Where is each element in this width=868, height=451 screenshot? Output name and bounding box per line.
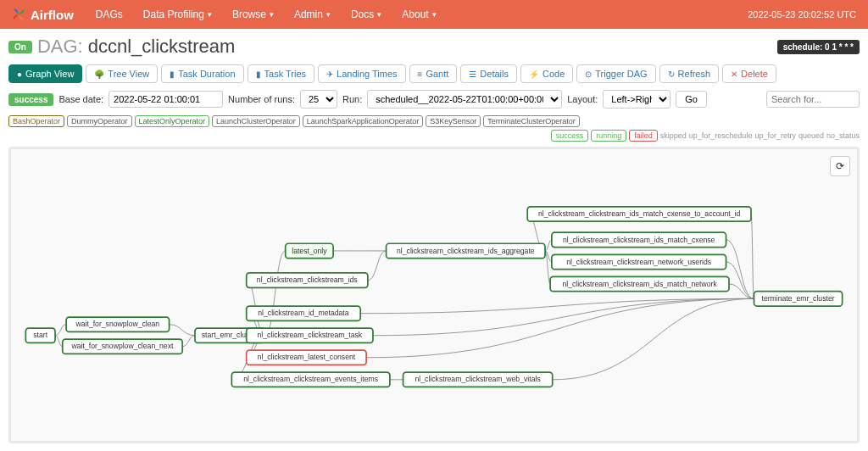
task-node-nl_clickstream_clickstream_web_vitals[interactable]: nl_clickstream_clickstream_web_vitals bbox=[403, 372, 553, 387]
toolbar-label: Landing Times bbox=[337, 69, 398, 79]
times-icon: ✕ bbox=[731, 70, 737, 79]
gantt-button[interactable]: ≡Gantt bbox=[409, 64, 458, 83]
toolbar-label: Refresh bbox=[678, 69, 711, 79]
runs-select[interactable]: 25 bbox=[300, 90, 337, 109]
dag-title-row: On DAG: dccnl_clickstream schedule: 0 1 … bbox=[8, 36, 860, 58]
base-date-label: Base date: bbox=[58, 94, 103, 104]
refresh-button[interactable]: ↻Refresh bbox=[659, 64, 720, 83]
status-chip-success[interactable]: success bbox=[551, 130, 589, 142]
caret-down-icon: ▾ bbox=[432, 10, 437, 19]
edge bbox=[170, 325, 195, 336]
status-chip-failed[interactable]: failed bbox=[629, 130, 658, 142]
landing-times-button[interactable]: ✈Landing Times bbox=[318, 64, 406, 83]
task-label: nl_clickstream_clickstream_ids bbox=[257, 276, 358, 284]
task-node-nl_clickstream_clickstream_ids_match_network[interactable]: nl_clickstream_clickstream_ids_match_net… bbox=[550, 276, 729, 291]
edge bbox=[55, 325, 66, 336]
nav-admin[interactable]: Admin▾ bbox=[286, 3, 339, 25]
task-node-nl_clickstream_id_metadata[interactable]: nl_clickstream_id_metadata bbox=[247, 306, 361, 320]
code-button[interactable]: ⚡Code bbox=[520, 64, 573, 83]
task-tries-button[interactable]: ▮Task Tries bbox=[248, 64, 315, 83]
view-toolbar: ●Graph View🌳Tree View▮Task Duration▮Task… bbox=[8, 64, 860, 83]
nav-data-profiling[interactable]: Data Profiling▾ bbox=[135, 3, 220, 25]
airflow-logo-icon bbox=[12, 8, 25, 21]
task-node-nl_clickstream_clickstream_events_items[interactable]: nl_clickstream_clickstream_events_items bbox=[231, 372, 390, 387]
task-node-nl_clickstream_clickstream_ids[interactable]: nl_clickstream_clickstream_ids bbox=[247, 273, 368, 287]
operator-chip-latestonlyoperator[interactable]: LatestOnlyOperator bbox=[135, 115, 210, 127]
operator-chip-launchclusteroperator[interactable]: LaunchClusterOperator bbox=[212, 115, 300, 127]
task-node-nl_clickstream_clickstream_ids_match_cxense[interactable]: nl_clickstream_clickstream_ids_match_cxe… bbox=[552, 232, 726, 247]
status-chip-skipped[interactable]: skipped bbox=[660, 131, 687, 140]
operator-chip-launchsparkapplicationoperator[interactable]: LaunchSparkApplicationOperator bbox=[303, 115, 424, 127]
task-node-nl_clickstream_clickstream_ids_aggregate[interactable]: nl_clickstream_clickstream_ids_aggregate bbox=[387, 243, 545, 258]
nav-dags[interactable]: DAGs bbox=[87, 3, 131, 25]
nav-about[interactable]: About▾ bbox=[393, 3, 444, 25]
operator-chip-dummyoperator[interactable]: DummyOperator bbox=[67, 115, 132, 127]
status-chip-up_for_reschedule[interactable]: up_for_reschedule bbox=[689, 131, 753, 140]
brand[interactable]: Airflow bbox=[12, 8, 74, 22]
task-label: nl_clickstream_clickstream_ids_match_cxe… bbox=[563, 236, 715, 244]
task-duration-button[interactable]: ▮Task Duration bbox=[161, 64, 243, 83]
edge bbox=[726, 262, 754, 298]
task-node-nl_clickstream_latest_consent[interactable]: nl_clickstream_latest_consent bbox=[247, 350, 366, 365]
run-label: Run: bbox=[342, 94, 362, 104]
edge bbox=[182, 336, 195, 347]
task-node-latest_only[interactable]: latest_only bbox=[286, 243, 333, 258]
main-navbar: Airflow DAGsData Profiling▾Browse▾Admin▾… bbox=[0, 0, 868, 29]
refresh-icon: ⟳ bbox=[836, 160, 844, 172]
task-node-wait_for_snowplow_clean[interactable]: wait_for_snowplow_clean bbox=[66, 317, 169, 331]
task-label: nl_clickstream_clickstream_events_items bbox=[243, 375, 378, 383]
edge bbox=[545, 251, 550, 284]
task-node-nl_clickstream_clickstream_task[interactable]: nl_clickstream_clickstream_task bbox=[247, 328, 373, 342]
task-node-terminate_emr_cluster[interactable]: terminate_emr_cluster bbox=[754, 292, 843, 306]
nav-browse[interactable]: Browse▾ bbox=[224, 3, 282, 25]
trigger-dag-button[interactable]: ⊙Trigger DAG bbox=[576, 64, 655, 83]
nav-docs[interactable]: Docs▾ bbox=[342, 3, 390, 25]
run-select[interactable]: scheduled__2022-05-22T01:00:00+00:00 bbox=[367, 90, 562, 109]
tree-icon: 🌳 bbox=[94, 70, 104, 79]
list-icon: ☰ bbox=[469, 70, 476, 79]
operator-chip-terminateclusteroperator[interactable]: TerminateClusterOperator bbox=[483, 115, 580, 127]
tree-view-button[interactable]: 🌳Tree View bbox=[86, 64, 158, 83]
delete-button[interactable]: ✕Delete bbox=[722, 64, 776, 83]
graph-refresh-button[interactable]: ⟳ bbox=[830, 156, 850, 176]
details-button[interactable]: ☰Details bbox=[460, 64, 517, 83]
graph-canvas[interactable]: ⟳ startwait_for_snowplow_cleanwait_for_s… bbox=[8, 147, 860, 443]
search-input[interactable] bbox=[766, 91, 860, 108]
status-chip-queued[interactable]: queued bbox=[798, 131, 824, 140]
operator-chip-bashoperator[interactable]: BashOperator bbox=[8, 115, 64, 127]
layout-select[interactable]: Left->Right bbox=[603, 90, 670, 109]
status-chip-up_for_retry[interactable]: up_for_retry bbox=[754, 131, 796, 140]
play-icon: ⊙ bbox=[585, 70, 592, 79]
task-node-nl_clickstream_clickstream_ids_match_cxense_to_account_id[interactable]: nl_clickstream_clickstream_ids_match_cxe… bbox=[527, 207, 751, 221]
edge bbox=[545, 240, 552, 251]
schedule-badge: schedule: 0 1 * * * bbox=[777, 40, 860, 54]
edge bbox=[368, 251, 387, 281]
task-label: nl_clickstream_clickstream_task bbox=[258, 331, 363, 339]
task-node-start[interactable]: start bbox=[25, 328, 55, 342]
task-label: nl_clickstream_clickstream_network_useri… bbox=[566, 258, 711, 266]
task-label: latest_only bbox=[292, 247, 327, 255]
go-button[interactable]: Go bbox=[676, 91, 707, 108]
task-label: nl_clickstream_clickstream_web_vitals bbox=[415, 375, 542, 383]
base-date-input[interactable] bbox=[108, 91, 223, 108]
caret-down-icon: ▾ bbox=[377, 10, 381, 19]
task-node-nl_clickstream_clickstream_network_userids[interactable]: nl_clickstream_clickstream_network_useri… bbox=[552, 254, 726, 269]
dag-on-toggle[interactable]: On bbox=[8, 41, 32, 53]
utc-clock: 2022-05-23 20:02:52 UTC bbox=[748, 9, 856, 19]
status-chip-running[interactable]: running bbox=[591, 130, 626, 142]
filters-row: success Base date: Number of runs: 25 Ru… bbox=[8, 90, 860, 109]
task-node-wait_for_snowplow_clean_next[interactable]: wait_for_snowplow_clean_next bbox=[63, 339, 182, 354]
refresh-icon: ↻ bbox=[668, 70, 675, 79]
edge bbox=[373, 298, 754, 335]
edge bbox=[751, 214, 754, 299]
toolbar-label: Gantt bbox=[426, 69, 448, 79]
status-chip-no_status[interactable]: no_status bbox=[826, 131, 860, 140]
operator-chip-s3keysensor[interactable]: S3KeySensor bbox=[426, 115, 481, 127]
task-label: nl_clickstream_clickstream_ids_match_net… bbox=[562, 280, 717, 288]
edge bbox=[553, 298, 754, 379]
task-label: nl_clickstream_id_metadata bbox=[258, 309, 348, 317]
caret-down-icon: ▾ bbox=[208, 10, 212, 19]
graph-view-button[interactable]: ●Graph View bbox=[8, 64, 82, 83]
edge bbox=[366, 298, 754, 357]
task-label: nl_clickstream_clickstream_ids_aggregate bbox=[397, 247, 535, 255]
